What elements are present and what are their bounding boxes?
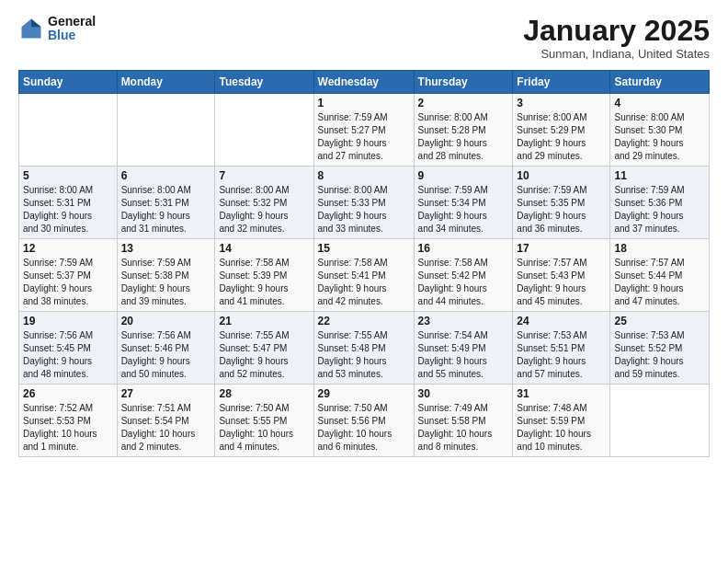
calendar: SundayMondayTuesdayWednesdayThursdayFrid…	[18, 70, 710, 457]
day-info: Sunrise: 8:00 AM Sunset: 5:31 PM Dayligh…	[23, 184, 113, 236]
logo-general-text: General	[48, 15, 96, 29]
day-number: 28	[219, 387, 309, 400]
header: General Blue January 2025 Sunman, Indian…	[18, 15, 710, 61]
day-info: Sunrise: 7:51 AM Sunset: 5:54 PM Dayligh…	[121, 402, 211, 454]
calendar-cell: 17Sunrise: 7:57 AM Sunset: 5:43 PM Dayli…	[513, 239, 610, 312]
calendar-cell	[117, 94, 215, 167]
logo-text: General Blue	[48, 15, 96, 43]
day-info: Sunrise: 7:59 AM Sunset: 5:34 PM Dayligh…	[418, 184, 509, 236]
calendar-cell: 12Sunrise: 7:59 AM Sunset: 5:37 PM Dayli…	[19, 239, 118, 312]
calendar-cell: 18Sunrise: 7:57 AM Sunset: 5:44 PM Dayli…	[610, 239, 710, 312]
calendar-week-1: 1Sunrise: 7:59 AM Sunset: 5:27 PM Daylig…	[19, 94, 710, 167]
day-number: 24	[517, 315, 606, 327]
calendar-cell: 16Sunrise: 7:58 AM Sunset: 5:42 PM Dayli…	[414, 239, 513, 312]
calendar-cell: 28Sunrise: 7:50 AM Sunset: 5:55 PM Dayli…	[215, 385, 313, 457]
day-info: Sunrise: 7:52 AM Sunset: 5:53 PM Dayligh…	[23, 402, 113, 454]
calendar-cell: 31Sunrise: 7:48 AM Sunset: 5:59 PM Dayli…	[513, 385, 610, 457]
calendar-cell: 22Sunrise: 7:55 AM Sunset: 5:48 PM Dayli…	[313, 312, 414, 385]
calendar-cell: 10Sunrise: 7:59 AM Sunset: 5:35 PM Dayli…	[513, 167, 610, 239]
calendar-header-friday: Friday	[513, 71, 610, 94]
day-number: 11	[614, 169, 705, 182]
day-info: Sunrise: 7:50 AM Sunset: 5:55 PM Dayligh…	[219, 402, 309, 454]
calendar-header-monday: Monday	[117, 71, 215, 94]
title-block: January 2025 Sunman, Indiana, United Sta…	[523, 15, 710, 61]
day-info: Sunrise: 8:00 AM Sunset: 5:28 PM Dayligh…	[418, 111, 509, 163]
calendar-cell: 9Sunrise: 7:59 AM Sunset: 5:34 PM Daylig…	[414, 167, 513, 239]
day-info: Sunrise: 7:59 AM Sunset: 5:27 PM Dayligh…	[318, 111, 410, 163]
calendar-week-5: 26Sunrise: 7:52 AM Sunset: 5:53 PM Dayli…	[19, 385, 710, 457]
day-number: 19	[23, 315, 113, 327]
calendar-cell: 23Sunrise: 7:54 AM Sunset: 5:49 PM Dayli…	[414, 312, 513, 385]
day-number: 31	[517, 387, 606, 400]
day-info: Sunrise: 7:48 AM Sunset: 5:59 PM Dayligh…	[517, 402, 606, 454]
calendar-header-tuesday: Tuesday	[215, 71, 313, 94]
calendar-cell: 14Sunrise: 7:58 AM Sunset: 5:39 PM Dayli…	[215, 239, 313, 312]
day-info: Sunrise: 7:56 AM Sunset: 5:46 PM Dayligh…	[121, 329, 211, 381]
calendar-cell	[610, 385, 710, 457]
day-number: 30	[418, 387, 509, 400]
day-info: Sunrise: 7:57 AM Sunset: 5:44 PM Dayligh…	[614, 257, 705, 308]
day-number: 22	[318, 315, 410, 327]
calendar-cell: 21Sunrise: 7:55 AM Sunset: 5:47 PM Dayli…	[215, 312, 313, 385]
day-info: Sunrise: 7:54 AM Sunset: 5:49 PM Dayligh…	[418, 329, 509, 381]
day-number: 27	[121, 387, 211, 400]
calendar-header-wednesday: Wednesday	[313, 71, 414, 94]
day-number: 20	[121, 315, 211, 327]
calendar-week-3: 12Sunrise: 7:59 AM Sunset: 5:37 PM Dayli…	[19, 239, 710, 312]
calendar-cell: 7Sunrise: 8:00 AM Sunset: 5:32 PM Daylig…	[215, 167, 313, 239]
day-number: 1	[318, 97, 410, 109]
day-number: 17	[517, 242, 606, 255]
calendar-cell: 29Sunrise: 7:50 AM Sunset: 5:56 PM Dayli…	[313, 385, 414, 457]
day-number: 23	[418, 315, 509, 327]
day-number: 29	[318, 387, 410, 400]
day-info: Sunrise: 7:49 AM Sunset: 5:58 PM Dayligh…	[418, 402, 509, 454]
calendar-cell: 6Sunrise: 8:00 AM Sunset: 5:31 PM Daylig…	[117, 167, 215, 239]
logo-blue-text: Blue	[48, 29, 96, 42]
calendar-cell: 13Sunrise: 7:59 AM Sunset: 5:38 PM Dayli…	[117, 239, 215, 312]
calendar-week-2: 5Sunrise: 8:00 AM Sunset: 5:31 PM Daylig…	[19, 167, 710, 239]
day-number: 16	[418, 242, 509, 255]
calendar-cell: 11Sunrise: 7:59 AM Sunset: 5:36 PM Dayli…	[610, 167, 710, 239]
calendar-cell: 20Sunrise: 7:56 AM Sunset: 5:46 PM Dayli…	[117, 312, 215, 385]
day-info: Sunrise: 7:57 AM Sunset: 5:43 PM Dayligh…	[517, 257, 606, 308]
calendar-cell: 27Sunrise: 7:51 AM Sunset: 5:54 PM Dayli…	[117, 385, 215, 457]
day-info: Sunrise: 8:00 AM Sunset: 5:30 PM Dayligh…	[614, 111, 705, 163]
logo: General Blue	[18, 15, 96, 43]
calendar-cell: 5Sunrise: 8:00 AM Sunset: 5:31 PM Daylig…	[19, 167, 118, 239]
day-info: Sunrise: 7:58 AM Sunset: 5:41 PM Dayligh…	[318, 257, 410, 308]
page: General Blue January 2025 Sunman, Indian…	[0, 0, 728, 472]
day-number: 5	[23, 169, 113, 182]
svg-marker-1	[31, 19, 41, 28]
day-info: Sunrise: 7:50 AM Sunset: 5:56 PM Dayligh…	[318, 402, 410, 454]
calendar-cell: 2Sunrise: 8:00 AM Sunset: 5:28 PM Daylig…	[414, 94, 513, 167]
day-number: 14	[219, 242, 309, 255]
month-title: January 2025	[523, 15, 710, 47]
calendar-header-sunday: Sunday	[19, 71, 118, 94]
day-info: Sunrise: 7:55 AM Sunset: 5:48 PM Dayligh…	[318, 329, 410, 381]
day-number: 13	[121, 242, 211, 255]
day-number: 4	[614, 97, 705, 109]
day-info: Sunrise: 7:53 AM Sunset: 5:51 PM Dayligh…	[517, 329, 606, 381]
calendar-cell: 19Sunrise: 7:56 AM Sunset: 5:45 PM Dayli…	[19, 312, 118, 385]
calendar-cell: 1Sunrise: 7:59 AM Sunset: 5:27 PM Daylig…	[313, 94, 414, 167]
calendar-cell	[215, 94, 313, 167]
day-number: 12	[23, 242, 113, 255]
day-number: 2	[418, 97, 509, 109]
calendar-cell: 26Sunrise: 7:52 AM Sunset: 5:53 PM Dayli…	[19, 385, 118, 457]
day-info: Sunrise: 7:59 AM Sunset: 5:37 PM Dayligh…	[23, 257, 113, 308]
day-info: Sunrise: 7:58 AM Sunset: 5:42 PM Dayligh…	[418, 257, 509, 308]
day-info: Sunrise: 7:59 AM Sunset: 5:35 PM Dayligh…	[517, 184, 606, 236]
calendar-cell: 4Sunrise: 8:00 AM Sunset: 5:30 PM Daylig…	[610, 94, 710, 167]
calendar-cell: 30Sunrise: 7:49 AM Sunset: 5:58 PM Dayli…	[414, 385, 513, 457]
day-number: 18	[614, 242, 705, 255]
day-number: 3	[517, 97, 606, 109]
day-number: 8	[318, 169, 410, 182]
logo-icon	[18, 16, 44, 41]
calendar-cell: 25Sunrise: 7:53 AM Sunset: 5:52 PM Dayli…	[610, 312, 710, 385]
calendar-cell: 3Sunrise: 8:00 AM Sunset: 5:29 PM Daylig…	[513, 94, 610, 167]
calendar-header-thursday: Thursday	[414, 71, 513, 94]
day-info: Sunrise: 8:00 AM Sunset: 5:29 PM Dayligh…	[517, 111, 606, 163]
day-info: Sunrise: 7:56 AM Sunset: 5:45 PM Dayligh…	[23, 329, 113, 381]
day-info: Sunrise: 8:00 AM Sunset: 5:32 PM Dayligh…	[219, 184, 309, 236]
day-number: 15	[318, 242, 410, 255]
